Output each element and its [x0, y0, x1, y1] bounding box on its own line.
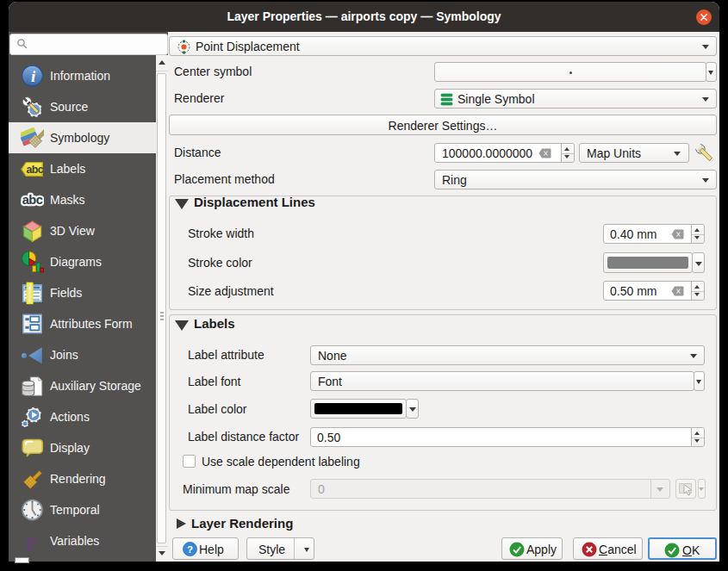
- svg-text:ε: ε: [27, 530, 37, 553]
- svg-text:?: ?: [187, 544, 193, 555]
- svg-text:abc: abc: [22, 193, 43, 207]
- svg-text:abc: abc: [26, 164, 43, 176]
- svg-text:i: i: [31, 67, 36, 85]
